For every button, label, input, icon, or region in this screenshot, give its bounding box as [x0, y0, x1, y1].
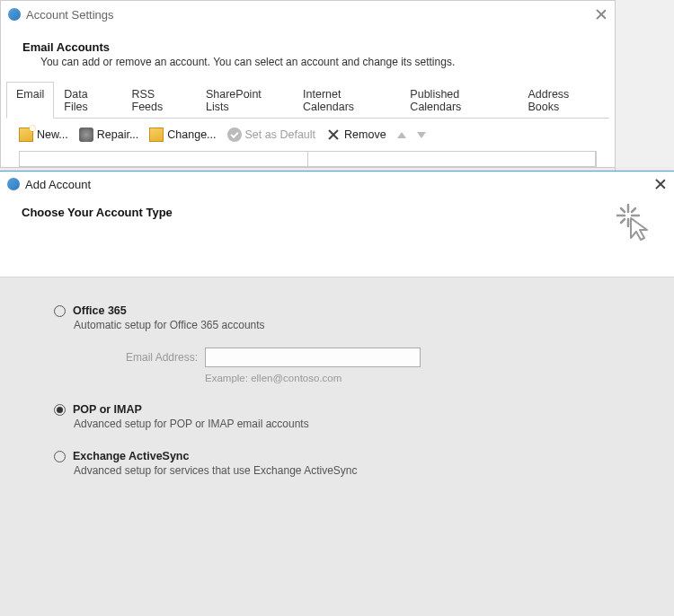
set-default-button[interactable]: Set as Default	[224, 126, 320, 144]
section-desc: You can add or remove an account. You ca…	[22, 56, 593, 68]
tab-internet-calendars[interactable]: Internet Calendars	[293, 82, 400, 119]
pop-imap-desc: Advanced setup for POP or IMAP email acc…	[74, 418, 620, 430]
tab-email[interactable]: Email	[6, 82, 54, 119]
arrow-down-icon	[417, 132, 426, 138]
option-pop-imap: POP or IMAP Advanced setup for POP or IM…	[54, 403, 620, 430]
repair-button[interactable]: Repair...	[75, 126, 143, 144]
add-title: Add Account	[25, 178, 91, 191]
arrow-up-icon	[397, 132, 406, 138]
svg-line-6	[621, 219, 625, 223]
repair-label: Repair...	[97, 128, 139, 141]
move-down-button[interactable]	[413, 130, 430, 140]
settings-close-button[interactable]	[595, 8, 607, 21]
add-close-button[interactable]	[654, 178, 667, 190]
add-titlebar: Add Account	[0, 172, 674, 197]
add-form: Office 365 Automatic setup for Office 36…	[0, 277, 674, 524]
move-up-button[interactable]	[394, 130, 410, 140]
settings-section-header: Email Accounts You can add or remove an …	[1, 28, 615, 81]
tab-data-files[interactable]: Data Files	[54, 82, 121, 119]
tab-address-books[interactable]: Address Books	[518, 82, 609, 119]
click-cursor-icon	[615, 202, 654, 242]
option-office365: Office 365 Automatic setup for Office 36…	[54, 304, 620, 383]
globe-icon	[8, 8, 21, 21]
change-icon	[149, 128, 164, 142]
radio-pop-imap[interactable]	[54, 404, 66, 416]
remove-label: Remove	[344, 128, 386, 141]
office365-label: Office 365	[73, 304, 127, 317]
check-icon	[227, 128, 242, 142]
activesync-label: Exchange ActiveSync	[73, 450, 189, 462]
add-header: Choose Your Account Type	[0, 197, 674, 277]
svg-line-4	[621, 208, 625, 212]
settings-titlebar: Account Settings	[1, 1, 615, 28]
svg-line-7	[632, 208, 635, 212]
tab-rss-feeds[interactable]: RSS Feeds	[122, 82, 196, 119]
email-example: Example: ellen@contoso.com	[205, 373, 620, 383]
activesync-desc: Advanced setup for services that use Exc…	[74, 464, 620, 477]
pop-imap-label: POP or IMAP	[73, 403, 142, 416]
change-button[interactable]: Change...	[146, 126, 219, 144]
office365-desc: Automatic setup for Office 365 accounts	[74, 319, 620, 331]
accounts-list-header	[19, 151, 597, 167]
email-field-row: Email Address:	[117, 348, 620, 367]
remove-icon	[326, 128, 341, 142]
account-settings-window: Account Settings Email Accounts You can …	[0, 0, 616, 168]
new-label: New...	[37, 128, 68, 141]
tab-published-calendars[interactable]: Published Calendars	[400, 82, 518, 119]
repair-icon	[79, 128, 93, 142]
remove-button[interactable]: Remove	[323, 126, 390, 144]
new-icon	[19, 128, 33, 142]
globe-icon	[7, 178, 20, 190]
radio-activesync[interactable]	[54, 451, 66, 462]
add-heading: Choose Your Account Type	[22, 206, 652, 219]
email-label: Email Address:	[117, 351, 198, 364]
tab-sharepoint-lists[interactable]: SharePoint Lists	[196, 82, 293, 119]
new-button[interactable]: New...	[15, 126, 72, 144]
option-activesync: Exchange ActiveSync Advanced setup for s…	[54, 450, 620, 477]
default-label: Set as Default	[245, 128, 316, 141]
email-input[interactable]	[205, 348, 421, 367]
settings-title: Account Settings	[26, 8, 114, 22]
section-title: Email Accounts	[22, 40, 593, 54]
add-account-window: Add Account Choose Your Account Type Off…	[0, 171, 674, 616]
settings-tabs: Email Data Files RSS Feeds SharePoint Li…	[6, 81, 609, 119]
settings-toolbar: New... Repair... Change... Set as Defaul…	[6, 119, 609, 151]
radio-office365[interactable]	[54, 305, 66, 317]
change-label: Change...	[167, 128, 216, 141]
